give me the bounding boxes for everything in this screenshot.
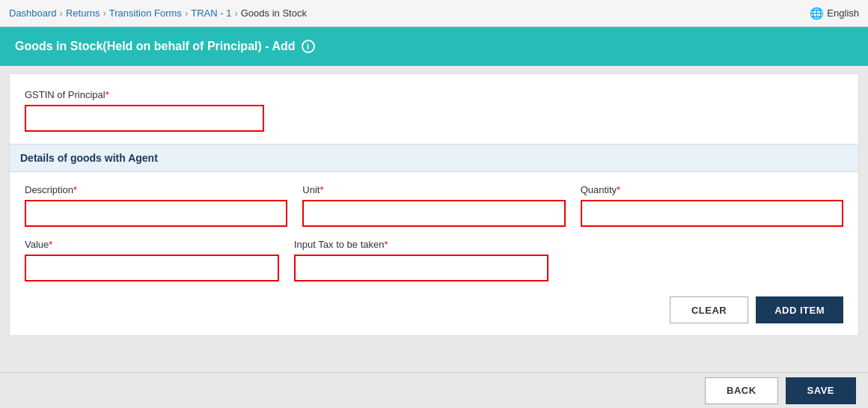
quantity-label: Quantity* bbox=[581, 184, 843, 195]
quantity-required: * bbox=[617, 184, 620, 195]
gstin-input[interactable] bbox=[25, 105, 264, 132]
bottom-bar: BACK SAVE bbox=[0, 372, 868, 408]
quantity-field-group: Quantity* bbox=[581, 184, 843, 227]
globe-icon: 🌐 bbox=[810, 7, 824, 20]
breadcrumb-transition-forms[interactable]: Transition Forms bbox=[109, 7, 182, 19]
description-input[interactable] bbox=[25, 200, 287, 227]
value-required: * bbox=[49, 239, 52, 250]
value-field-group: Value* bbox=[25, 239, 279, 281]
breadcrumb-current: Goods in Stock bbox=[241, 7, 307, 19]
breadcrumb: Dashboard › Returns › Transition Forms ›… bbox=[9, 7, 307, 19]
value-input[interactable] bbox=[25, 255, 279, 281]
input-tax-field-group: Input Tax to be taken* bbox=[294, 239, 548, 281]
description-required: * bbox=[73, 184, 77, 195]
page-header: Goods in Stock(Held on behalf of Princip… bbox=[0, 27, 868, 66]
breadcrumb-dashboard[interactable]: Dashboard bbox=[9, 7, 57, 19]
fields-row-1: Description* Unit* Quantity* bbox=[25, 184, 843, 227]
unit-field-group: Unit* bbox=[302, 184, 565, 227]
breadcrumb-returns[interactable]: Returns bbox=[66, 7, 100, 19]
unit-label: Unit* bbox=[302, 184, 565, 195]
unit-input[interactable] bbox=[302, 200, 565, 227]
description-field-group: Description* bbox=[25, 184, 287, 227]
unit-required: * bbox=[320, 184, 323, 195]
fields-row-2: Value* Input Tax to be taken* bbox=[25, 239, 843, 281]
save-button[interactable]: SAVE bbox=[786, 377, 856, 404]
breadcrumb-sep-4: › bbox=[234, 7, 237, 19]
language-selector[interactable]: 🌐 English bbox=[810, 7, 859, 20]
description-label: Description* bbox=[25, 184, 287, 195]
top-nav: Dashboard › Returns › Transition Forms ›… bbox=[0, 0, 868, 27]
value-label: Value* bbox=[25, 239, 279, 250]
language-label: English bbox=[827, 7, 859, 19]
main-content: GSTIN of Principal* Details of goods wit… bbox=[9, 73, 859, 336]
quantity-input[interactable] bbox=[581, 200, 843, 227]
page-title: Goods in Stock(Held on behalf of Princip… bbox=[15, 40, 296, 53]
add-item-button[interactable]: ADD ITEM bbox=[756, 296, 843, 323]
breadcrumb-tran1[interactable]: TRAN - 1 bbox=[191, 7, 231, 19]
input-tax-input[interactable] bbox=[294, 255, 548, 281]
breadcrumb-sep-1: › bbox=[60, 7, 63, 19]
info-icon[interactable]: i bbox=[302, 40, 315, 53]
section-header: Details of goods with Agent bbox=[10, 144, 858, 172]
gstin-label: GSTIN of Principal* bbox=[25, 89, 843, 100]
breadcrumb-sep-3: › bbox=[185, 7, 188, 19]
gstin-required-marker: * bbox=[106, 89, 109, 100]
back-button[interactable]: BACK bbox=[705, 377, 778, 404]
clear-button[interactable]: CLEAR bbox=[670, 296, 748, 323]
input-tax-required: * bbox=[384, 239, 388, 250]
form-button-row: CLEAR ADD ITEM bbox=[25, 296, 843, 323]
input-tax-label: Input Tax to be taken* bbox=[294, 239, 548, 250]
gstin-field-group: GSTIN of Principal* bbox=[25, 89, 843, 132]
breadcrumb-sep-2: › bbox=[103, 7, 106, 19]
